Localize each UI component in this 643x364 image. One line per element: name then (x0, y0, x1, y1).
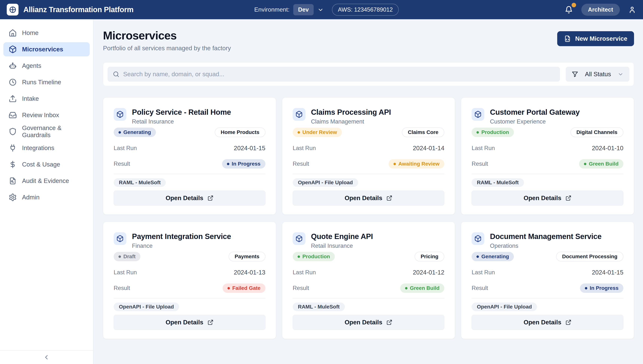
search-filter-panel: All Status (103, 62, 634, 86)
last-run-label: Last Run (293, 269, 316, 276)
notifications-button[interactable] (564, 6, 573, 14)
external-link-icon (566, 195, 572, 201)
result-label: Result (114, 160, 130, 167)
sidebar-item-label: Governance & Guardrails (22, 124, 84, 139)
divider (114, 174, 266, 174)
status-badge: Production (293, 252, 335, 261)
chevron-down-icon[interactable] (318, 6, 324, 13)
open-details-label: Open Details (524, 319, 561, 326)
service-name: Claims Processing API (311, 108, 391, 116)
last-run-label: Last Run (114, 145, 137, 152)
open-details-button[interactable]: Open Details (114, 190, 266, 206)
open-details-button[interactable]: Open Details (472, 190, 623, 206)
sidebar-item-label: Intake (22, 95, 39, 102)
services-grid: Policy Service - Retail Home Retail Insu… (103, 97, 634, 339)
squad-badge: Payments (228, 252, 265, 262)
result-label: Result (293, 160, 309, 167)
divider (293, 174, 444, 174)
sidebar-item-admin[interactable]: Admin (3, 190, 90, 204)
open-details-button[interactable]: Open Details (293, 315, 444, 330)
sidebar-footer (0, 350, 93, 364)
page-header-row: Microservices Portfolio of all services … (103, 29, 634, 52)
result-badge: Green Build (400, 284, 444, 293)
bell-icon (564, 6, 573, 14)
last-run-value: 2024-01-15 (234, 145, 266, 152)
sidebar-item-label: Audit & Evidence (22, 177, 69, 184)
sidebar-item-governance-guardrails[interactable]: Governance & Guardrails (3, 124, 90, 139)
last-run-value: 2024-01-12 (413, 269, 444, 276)
chevron-down-icon (618, 71, 624, 77)
open-details-button[interactable]: Open Details (472, 315, 623, 330)
last-run-label: Last Run (293, 145, 316, 152)
collapse-sidebar-button[interactable] (43, 354, 50, 361)
sidebar-item-label: Agents (22, 62, 41, 69)
sidebar-item-cost-usage[interactable]: Cost & Usage (3, 157, 90, 172)
search-input[interactable] (123, 71, 555, 78)
main-content: Microservices Portfolio of all services … (94, 19, 643, 339)
sidebar-item-label: Integrations (22, 144, 54, 152)
sidebar-item-microservices[interactable]: Microservices (3, 42, 90, 56)
squad-badge: Pricing (414, 252, 444, 262)
sidebar-item-agents[interactable]: Agents (3, 59, 90, 73)
page-title: Microservices (103, 29, 231, 42)
new-microservice-button[interactable]: New Microservice (557, 31, 634, 46)
external-link-icon (208, 319, 214, 325)
environment-group: Environment: Dev AWS: 123456789012 (254, 4, 399, 16)
last-run-value: 2024-01-13 (234, 269, 266, 276)
environment-value-pill[interactable]: Dev (293, 4, 314, 15)
last-run-label: Last Run (472, 145, 495, 152)
clock-icon (8, 78, 17, 86)
sidebar-item-audit-evidence[interactable]: Audit & Evidence (3, 174, 90, 188)
sidebar-item-home[interactable]: Home (3, 26, 90, 40)
service-name: Customer Portal Gateway (490, 108, 580, 116)
squad-badge: Document Processing (556, 252, 623, 262)
notification-dot (572, 3, 576, 7)
dollar-icon (8, 160, 17, 168)
service-card: Payment Integration Service Finance Draf… (103, 222, 276, 339)
service-domain: Claims Management (311, 118, 391, 125)
app-logo (7, 4, 18, 16)
status-dot (476, 256, 479, 258)
divider (293, 298, 444, 298)
open-details-button[interactable]: Open Details (293, 190, 444, 206)
service-domain: Retail Insurance (311, 242, 373, 249)
filter-icon (572, 71, 578, 78)
user-icon[interactable] (628, 6, 636, 14)
service-icon-box (293, 108, 306, 121)
status-dot (298, 131, 300, 134)
status-filter-dropdown[interactable]: All Status (566, 67, 629, 82)
open-details-label: Open Details (524, 194, 561, 202)
upload-icon (8, 94, 17, 103)
sidebar-item-review-inbox[interactable]: Review Inbox (3, 108, 90, 122)
sidebar-item-integrations[interactable]: Integrations (3, 141, 90, 155)
result-dot (394, 163, 396, 165)
service-name: Policy Service - Retail Home (132, 108, 231, 116)
divider (472, 298, 623, 298)
sidebar-item-intake[interactable]: Intake (3, 92, 90, 106)
service-domain: Finance (132, 242, 231, 249)
open-details-button[interactable]: Open Details (114, 315, 266, 330)
external-link-icon (386, 319, 392, 325)
result-badge: Awaiting Review (388, 159, 444, 168)
gear-icon (8, 193, 17, 202)
status-badge: Production (472, 128, 514, 137)
cube-icon (8, 45, 17, 54)
inbox-icon (8, 111, 17, 119)
result-dot (228, 287, 230, 290)
status-badge: Under Review (293, 128, 342, 137)
service-domain: Customer Experience (490, 118, 580, 125)
cube-icon (295, 235, 303, 242)
service-name: Document Management Service (490, 232, 602, 241)
status-dot (298, 256, 300, 258)
result-dot (585, 287, 587, 290)
aws-account-badge: AWS: 123456789012 (332, 4, 399, 16)
divider (472, 174, 623, 174)
cube-icon (116, 235, 124, 242)
service-icon-box (472, 108, 484, 121)
service-domain: Retail Insurance (132, 118, 231, 125)
result-dot (584, 163, 586, 165)
spec-tag: RAML - MuleSoft (472, 178, 524, 187)
sidebar-item-runs-timeline[interactable]: Runs Timeline (3, 75, 90, 89)
result-badge: In Progress (222, 159, 266, 168)
circle-plus-icon (8, 6, 17, 14)
